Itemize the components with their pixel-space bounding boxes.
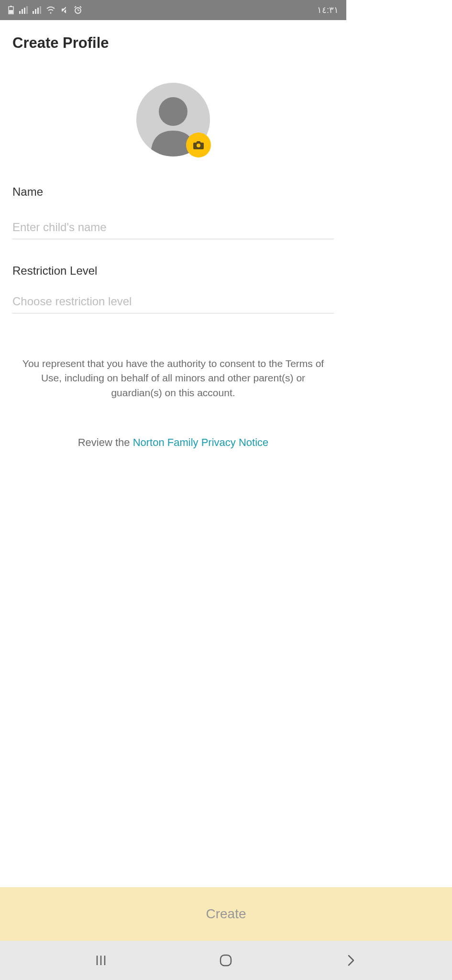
signal-icon-1 — [19, 6, 28, 14]
mute-icon — [60, 6, 69, 14]
svg-point-17 — [159, 97, 187, 126]
name-field-group: Name — [12, 185, 334, 239]
disclaimer-text: You represent that you have the authorit… — [12, 356, 334, 400]
status-left-icons — [8, 6, 82, 14]
svg-rect-2 — [10, 6, 12, 7]
svg-rect-5 — [24, 8, 25, 14]
camera-button[interactable] — [186, 133, 211, 157]
page-title: Create Profile — [12, 34, 334, 52]
restriction-select[interactable]: Choose restriction level — [12, 287, 334, 313]
avatar-wrapper[interactable] — [136, 83, 210, 156]
svg-rect-9 — [37, 8, 39, 14]
alarm-icon — [74, 6, 82, 14]
restriction-label: Restriction Level — [12, 264, 334, 278]
review-line: Review the Norton Family Privacy Notice — [12, 436, 334, 449]
restriction-field-group: Restriction Level Choose restriction lev… — [12, 264, 334, 313]
name-label: Name — [12, 185, 334, 199]
battery-icon — [8, 6, 14, 14]
svg-rect-6 — [26, 6, 28, 14]
status-bar: ١٤:٣١ — [0, 0, 346, 20]
avatar-section — [12, 83, 334, 156]
signal-icon-2 — [33, 6, 41, 14]
svg-rect-1 — [9, 10, 13, 13]
svg-rect-4 — [22, 9, 23, 14]
svg-rect-3 — [19, 11, 21, 14]
name-input[interactable] — [12, 213, 334, 239]
status-time: ١٤:٣١ — [317, 5, 339, 15]
svg-point-18 — [197, 144, 200, 147]
svg-line-15 — [75, 6, 76, 8]
privacy-notice-link[interactable]: Norton Family Privacy Notice — [133, 436, 269, 448]
camera-icon — [193, 140, 204, 150]
svg-line-16 — [80, 6, 81, 8]
svg-rect-10 — [40, 6, 41, 14]
review-prefix: Review the — [78, 436, 133, 448]
wifi-icon — [46, 6, 55, 14]
svg-rect-8 — [35, 9, 36, 14]
svg-rect-7 — [33, 11, 34, 14]
content-area: Create Profile Name Restriction Level Ch… — [0, 20, 346, 751]
